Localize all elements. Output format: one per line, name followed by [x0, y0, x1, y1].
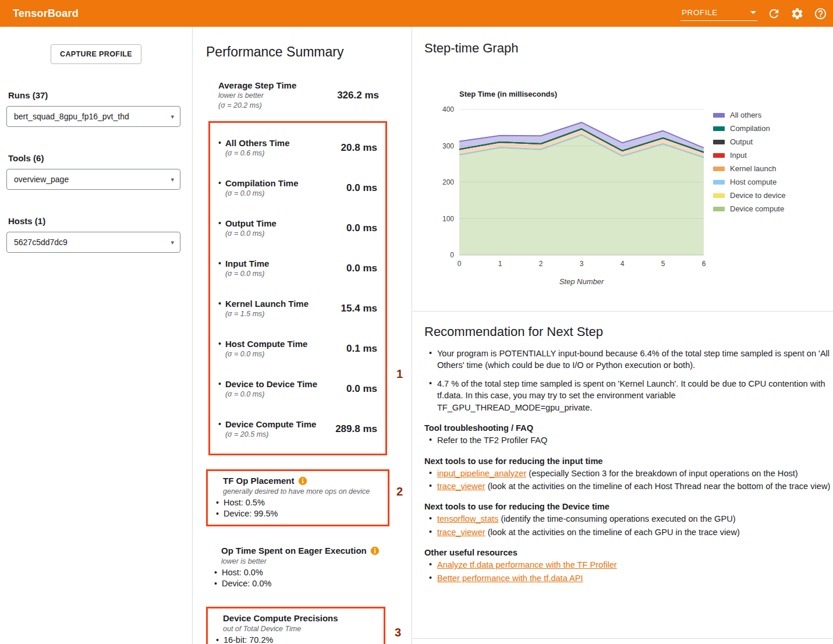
- rec-item-text: Analyze tf.data performance with the TF …: [437, 559, 617, 571]
- legend-swatch: [713, 180, 725, 185]
- average-step-time-row: Average Step Time lower is better (σ = 2…: [208, 80, 387, 111]
- dashboard-select[interactable]: PROFILE: [680, 6, 757, 21]
- rec-plain-text: Refer to the TF2 Profiler FAQ: [437, 436, 548, 445]
- legend-item: Input: [713, 151, 785, 160]
- metric-row: •Host Compute Time(σ = 0.0 ms)0.1 ms: [218, 328, 377, 369]
- step-time-graph-title: Step-time Graph: [424, 41, 833, 56]
- rec-section-list: •input_pipeline_analyzer (especially Sec…: [424, 468, 832, 493]
- legend-label: All others: [730, 111, 761, 119]
- app-header: TensorBoard PROFILE: [0, 0, 833, 27]
- svg-text:5: 5: [661, 260, 665, 268]
- metric-sigma: (σ = 20.5 ms): [225, 430, 316, 440]
- rec-link[interactable]: Analyze tf.data performance with the TF …: [437, 560, 617, 569]
- bullet: •: [429, 572, 432, 584]
- legend-item: Output: [713, 137, 785, 146]
- annotation-number-2: 2: [396, 485, 403, 498]
- help-icon[interactable]: [814, 7, 827, 20]
- legend-item: All others: [713, 111, 785, 119]
- list-item-text: Host: 0.5%: [224, 497, 265, 508]
- metric-value: 20.8 ms: [341, 142, 377, 154]
- hosts-select[interactable]: 5627c5dd7dc9 ▾: [6, 232, 180, 253]
- rec-item-text: Better performance with the tf.data API: [437, 572, 583, 584]
- rec-link[interactable]: tensorflow_stats: [437, 514, 498, 523]
- bullet: •: [429, 434, 432, 446]
- bullet: •: [216, 497, 219, 508]
- legend-item: Device compute: [713, 204, 785, 213]
- rec-plain-text: (look at the activities on the timeline …: [485, 528, 740, 537]
- metric-title: Kernel Launch Time: [225, 298, 309, 309]
- legend-item: Device to device: [713, 191, 785, 200]
- svg-text:2: 2: [539, 260, 543, 268]
- legend-item: Kernel launch: [713, 164, 785, 173]
- tools-label: Tools (6): [8, 153, 192, 163]
- runs-select-value: bert_squad_8gpu_fp16_pvt_thd: [14, 112, 129, 121]
- dashboard-select-value: PROFILE: [682, 8, 718, 17]
- metric-value: 0.0 ms: [346, 222, 377, 234]
- annotation-box-3: Device Compute Precisions out of Total D…: [206, 607, 385, 644]
- info-icon[interactable]: [298, 476, 307, 486]
- metric-row: •Kernel Launch Time(σ = 1.5 ms)15.4 ms: [218, 288, 377, 328]
- capture-profile-button[interactable]: CAPTURE PROFILE: [51, 44, 141, 64]
- performance-summary-panel: Performance Summary Average Step Time lo…: [193, 27, 412, 644]
- chevron-down-icon: ▾: [171, 239, 174, 246]
- eager-execution-item: •Host: 0.0%: [214, 567, 403, 578]
- rec-item-text: tensorflow_stats (identify the time-cons…: [437, 513, 736, 525]
- legend-label: Device compute: [730, 204, 784, 213]
- metric-title: Host Compute Time: [225, 338, 307, 349]
- rec-link[interactable]: trace_viewer: [437, 482, 485, 491]
- panel-bottom-divider: [413, 638, 833, 639]
- metric-value: 15.4 ms: [341, 303, 377, 314]
- metric-title: Device Compute Time: [225, 419, 316, 430]
- tf-op-placement-item: •Device: 99.5%: [216, 508, 380, 519]
- tools-select[interactable]: overview_page ▾: [6, 169, 180, 190]
- bullet: •: [218, 298, 221, 319]
- app-title: TensorBoard: [13, 8, 79, 20]
- sidebar: CAPTURE PROFILE Runs (37) bert_squad_8gp…: [0, 27, 193, 644]
- legend-swatch: [713, 167, 725, 171]
- metric-value: 326.2 ms: [337, 90, 379, 101]
- legend-swatch: [713, 113, 725, 118]
- tools-select-value: overview_page: [14, 175, 69, 184]
- refresh-icon[interactable]: [767, 7, 781, 20]
- bullet: •: [218, 178, 221, 199]
- precision-item: •16-bit: 70.2%: [216, 635, 375, 644]
- legend-swatch: [713, 207, 725, 211]
- rec-list-item: •tensorflow_stats (identify the time-con…: [429, 513, 832, 525]
- bullet: •: [429, 480, 432, 492]
- runs-label: Runs (37): [8, 90, 192, 100]
- legend-swatch: [713, 126, 725, 131]
- settings-gear-icon[interactable]: [791, 7, 804, 20]
- eager-execution-item: •Device: 0.0%: [214, 578, 403, 589]
- legend-swatch: [713, 140, 725, 144]
- metric-title: All Others Time: [225, 137, 290, 148]
- rec-section-header: Tool troubleshooting / FAQ: [424, 423, 832, 433]
- chevron-down-icon: ▾: [171, 114, 174, 120]
- rec-plain-text: (especially Section 3 for the breakdown …: [526, 469, 797, 478]
- precisions-title: Device Compute Precisions: [223, 613, 338, 624]
- rec-section-header: Next tools to use for reducing the Devic…: [424, 502, 832, 511]
- bullet: •: [429, 378, 432, 413]
- legend-label: Output: [730, 137, 753, 146]
- metric-row: •Compilation Time(σ = 0.0 ms)0.0 ms: [218, 168, 377, 208]
- annotation-number-1: 1: [396, 367, 403, 381]
- tf-op-placement-note: generally desired to have more ops on de…: [223, 487, 380, 497]
- rec-link[interactable]: trace_viewer: [437, 528, 485, 537]
- metric-sigma: (σ = 0.0 ms): [225, 390, 317, 399]
- tf-op-placement-item: •Host: 0.5%: [216, 497, 380, 508]
- eager-execution-title: Op Time Spent on Eager Execution: [221, 545, 367, 556]
- bullet: •: [429, 526, 432, 538]
- svg-text:6: 6: [702, 260, 706, 268]
- legend-label: Compilation: [730, 124, 770, 133]
- rec-link[interactable]: input_pipeline_analyzer: [437, 469, 526, 478]
- info-icon[interactable]: [370, 546, 380, 555]
- rec-link[interactable]: Better performance with the tf.data API: [437, 574, 583, 583]
- runs-select[interactable]: bert_squad_8gpu_fp16_pvt_thd ▾: [6, 106, 180, 127]
- legend-swatch: [713, 153, 725, 158]
- metric-title: Average Step Time: [218, 80, 296, 91]
- svg-text:Step Time (in milliseconds): Step Time (in milliseconds): [459, 90, 557, 98]
- svg-text:4: 4: [621, 260, 625, 268]
- list-item-text: Device: 99.5%: [224, 508, 278, 519]
- recommendation-section: Recommendation for Next Step •Your progr…: [413, 312, 833, 584]
- metric-title: Device to Device Time: [225, 378, 317, 390]
- step-time-chart: 01002003004000123456Step Time (in millis…: [424, 79, 710, 289]
